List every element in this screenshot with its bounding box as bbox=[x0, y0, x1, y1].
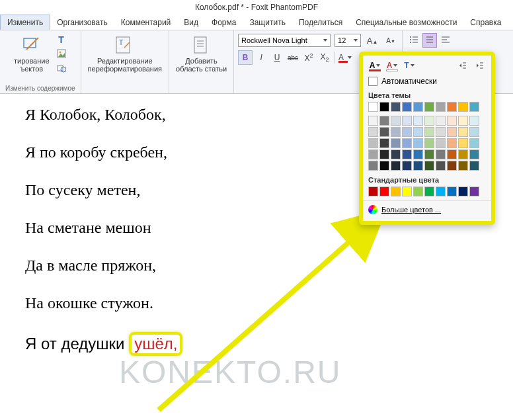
font-size-select[interactable]: 12 bbox=[335, 34, 361, 47]
text-tool-button[interactable]: T bbox=[55, 33, 68, 46]
font-color-button[interactable]: A bbox=[338, 50, 352, 65]
color-swatch[interactable] bbox=[379, 161, 389, 171]
document-line[interactable]: Да в масле пряжон, bbox=[25, 257, 513, 274]
color-swatch[interactable] bbox=[413, 127, 423, 137]
color-swatch[interactable] bbox=[458, 102, 468, 112]
color-swatch[interactable] bbox=[469, 187, 479, 196]
color-swatch[interactable] bbox=[447, 138, 457, 148]
color-swatch[interactable] bbox=[413, 161, 423, 171]
color-swatch[interactable] bbox=[436, 161, 446, 171]
color-swatch[interactable] bbox=[413, 116, 423, 126]
color-swatch[interactable] bbox=[436, 187, 446, 196]
color-swatch[interactable] bbox=[469, 116, 479, 126]
color-swatch[interactable] bbox=[391, 187, 401, 196]
color-swatch[interactable] bbox=[402, 127, 412, 137]
align-left-button[interactable] bbox=[438, 33, 453, 48]
menu-tab-1[interactable]: Организовать bbox=[50, 15, 114, 30]
color-swatch[interactable] bbox=[447, 187, 457, 196]
highlighted-word[interactable]: ушёл, bbox=[129, 332, 182, 356]
color-automatic[interactable]: Автоматически bbox=[363, 74, 491, 89]
color-swatch[interactable] bbox=[402, 149, 412, 159]
color-swatch[interactable] bbox=[391, 149, 401, 159]
color-swatch[interactable] bbox=[402, 138, 412, 148]
color-swatch[interactable] bbox=[447, 116, 457, 126]
shrink-font-button[interactable]: A▼ bbox=[383, 33, 398, 48]
color-swatch[interactable] bbox=[447, 149, 457, 159]
text-tool-t-button[interactable]: T bbox=[401, 58, 417, 73]
numbered-list-button[interactable] bbox=[422, 33, 437, 48]
edit-objects-button[interactable]: тирование ъектов bbox=[13, 33, 51, 74]
color-swatch[interactable] bbox=[413, 187, 423, 196]
menu-tab-3[interactable]: Вид bbox=[177, 15, 205, 30]
color-swatch[interactable] bbox=[436, 116, 446, 126]
color-swatch[interactable] bbox=[413, 138, 423, 148]
color-swatch[interactable] bbox=[368, 116, 378, 126]
font-family-select[interactable]: Rockwell Nova Light bbox=[238, 34, 331, 47]
color-swatch[interactable] bbox=[391, 138, 401, 148]
color-swatch[interactable] bbox=[458, 161, 468, 171]
color-swatch[interactable] bbox=[424, 187, 434, 196]
color-swatch[interactable] bbox=[413, 102, 423, 112]
more-colors[interactable]: Больше цветов ... bbox=[363, 200, 491, 218]
menu-tab-2[interactable]: Комментарий bbox=[114, 15, 178, 30]
color-swatch[interactable] bbox=[402, 102, 412, 112]
highlight-color-button[interactable]: A bbox=[384, 58, 400, 73]
color-swatch[interactable] bbox=[436, 138, 446, 148]
bold-button[interactable]: B bbox=[238, 50, 253, 65]
color-swatch[interactable] bbox=[368, 138, 378, 148]
color-swatch[interactable] bbox=[458, 127, 468, 137]
color-swatch[interactable] bbox=[458, 116, 468, 126]
menu-tab-6[interactable]: Поделиться bbox=[292, 15, 349, 30]
color-swatch[interactable] bbox=[379, 149, 389, 159]
color-swatch[interactable] bbox=[424, 149, 434, 159]
shape-tool-button[interactable] bbox=[55, 62, 68, 75]
italic-button[interactable]: I bbox=[254, 50, 268, 65]
add-article-button[interactable]: Добавить область статьи bbox=[175, 33, 228, 74]
color-swatch[interactable] bbox=[379, 127, 389, 137]
color-swatch[interactable] bbox=[402, 161, 412, 171]
color-swatch[interactable] bbox=[368, 102, 378, 112]
color-swatch[interactable] bbox=[469, 138, 479, 148]
color-swatch[interactable] bbox=[391, 102, 401, 112]
menu-tab-5[interactable]: Защитить bbox=[243, 15, 292, 30]
indent-popup-button[interactable] bbox=[471, 58, 487, 73]
bullet-list-button[interactable] bbox=[407, 33, 421, 48]
color-swatch[interactable] bbox=[458, 187, 468, 196]
color-swatch[interactable] bbox=[379, 187, 389, 196]
color-swatch[interactable] bbox=[379, 116, 389, 126]
color-swatch[interactable] bbox=[402, 116, 412, 126]
reflow-edit-button[interactable]: T Редактирование переформатирования bbox=[87, 33, 163, 74]
color-swatch[interactable] bbox=[379, 102, 389, 112]
color-swatch[interactable] bbox=[458, 149, 468, 159]
outdent-popup-button[interactable] bbox=[454, 58, 470, 73]
document-line[interactable]: На окошке стужон. bbox=[25, 294, 513, 312]
font-color-a-button[interactable]: A bbox=[367, 58, 383, 73]
menu-tab-8[interactable]: Справка bbox=[463, 15, 508, 30]
underline-button[interactable]: U bbox=[270, 50, 284, 65]
color-swatch[interactable] bbox=[368, 149, 378, 159]
superscript-button[interactable]: X2 bbox=[301, 50, 316, 65]
color-swatch[interactable] bbox=[469, 127, 479, 137]
color-swatch[interactable] bbox=[402, 187, 412, 196]
color-swatch[interactable] bbox=[436, 149, 446, 159]
color-swatch[interactable] bbox=[447, 161, 457, 171]
strikethrough-button[interactable]: abc bbox=[286, 50, 300, 65]
color-swatch[interactable] bbox=[447, 127, 457, 137]
color-swatch[interactable] bbox=[458, 138, 468, 148]
menu-tab-7[interactable]: Специальные возможности bbox=[349, 15, 463, 30]
color-swatch[interactable] bbox=[391, 161, 401, 171]
color-swatch[interactable] bbox=[424, 127, 434, 137]
color-swatch[interactable] bbox=[436, 127, 446, 137]
menu-tab-4[interactable]: Форма bbox=[205, 15, 243, 30]
color-swatch[interactable] bbox=[391, 127, 401, 137]
color-swatch[interactable] bbox=[469, 102, 479, 112]
color-swatch[interactable] bbox=[391, 116, 401, 126]
color-swatch[interactable] bbox=[424, 161, 434, 171]
color-swatch[interactable] bbox=[379, 138, 389, 148]
color-swatch[interactable] bbox=[368, 187, 378, 196]
grow-font-button[interactable]: A▲ bbox=[365, 33, 379, 48]
color-swatch[interactable] bbox=[469, 161, 479, 171]
color-swatch[interactable] bbox=[424, 138, 434, 148]
color-swatch[interactable] bbox=[424, 102, 434, 112]
color-swatch[interactable] bbox=[469, 149, 479, 159]
